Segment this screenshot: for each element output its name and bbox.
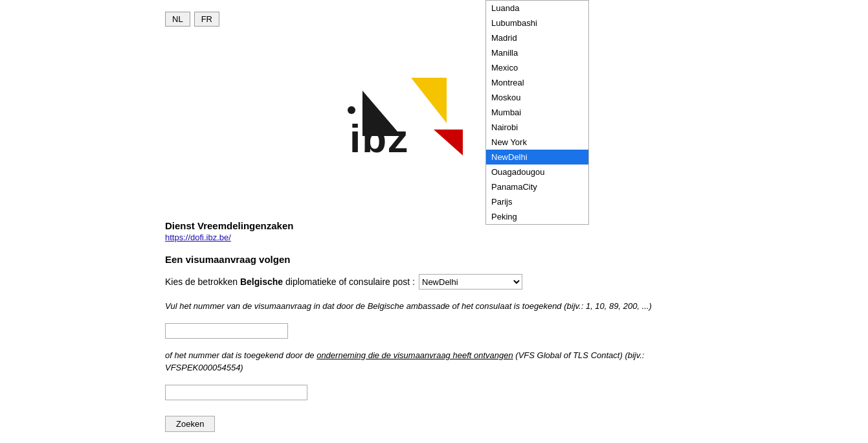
dropdown-item[interactable]: Peking [486,209,588,224]
company-number-input[interactable] [165,385,307,400]
svg-text:ibz: ibz [350,116,409,161]
svg-point-4 [348,106,355,114]
service-link[interactable]: https://dofi.ibz.be/ [165,233,696,242]
dropdown-item[interactable]: Nairobi [486,120,588,135]
logo-area: ibz [298,52,479,170]
service-name: Dienst Vreemdelingenzaken [165,220,696,231]
lang-fr-button[interactable]: FR [194,12,219,27]
dropdown-item[interactable]: Lubumbashi [486,16,588,30]
lang-nl-button[interactable]: NL [165,12,190,27]
dropdown-item[interactable]: Mumbai [486,105,588,120]
svg-marker-2 [434,130,463,155]
dropdown-item[interactable]: New York [486,135,588,150]
ibz-logo-svg: ibz [298,52,479,168]
dropdown-item[interactable]: Mexico [486,60,588,75]
dropdown-item[interactable]: Madrid [486,30,588,45]
page-wrapper: NL FR ibz LuandaLubumbashiMadridManillaM… [0,0,868,443]
lang-bar: NL FR [165,12,219,27]
section-title: Een visumaanvraag volgen [165,254,696,265]
input2-label-pre: of het nummer dat is toegekend door de [165,350,317,360]
input1-row: Vul het nummer van de visumaanvraag in d… [165,300,696,339]
svg-marker-1 [411,78,447,123]
select-label-bold: Belgische [240,277,283,287]
input1-label: Vul het nummer van de visumaanvraag in d… [165,300,652,313]
select-label: Kies de betrokken Belgische diplomatieke… [165,277,415,287]
select-label-pre: Kies de betrokken [165,277,240,287]
dropdown-item[interactable]: PanamaCity [486,179,588,194]
search-button[interactable]: Zoeken [165,416,215,432]
dropdown-item[interactable]: NewDelhi [486,150,588,165]
select-label-post: diplomatieke of consulaire post : [283,277,415,287]
input2-label-link: onderneming die de visumaanvraag heeft o… [317,350,513,360]
input2-row: of het nummer dat is toegekend door de o… [165,349,696,400]
visa-number-input[interactable] [165,323,288,339]
post-select[interactable]: LuandaLubumbashiMadridManillaMexicoMontr… [419,274,522,290]
select-row: Kies de betrokken Belgische diplomatieke… [165,274,696,290]
dropdown-item[interactable]: Manilla [486,45,588,60]
dropdown-item[interactable]: Ouagadougou [486,165,588,179]
dropdown-item[interactable]: Montreal [486,75,588,90]
input2-label: of het nummer dat is toegekend door de o… [165,349,696,374]
dropdown-overlay: LuandaLubumbashiMadridManillaMexicoMontr… [485,0,589,225]
search-row: Zoeken [165,411,696,432]
dropdown-item[interactable]: Parijs [486,194,588,209]
dropdown-item[interactable]: Luanda [486,1,588,16]
dropdown-list[interactable]: LuandaLubumbashiMadridManillaMexicoMontr… [486,1,588,224]
main-content: Dienst Vreemdelingenzaken https://dofi.i… [165,220,696,432]
dropdown-item[interactable]: Moskou [486,90,588,105]
